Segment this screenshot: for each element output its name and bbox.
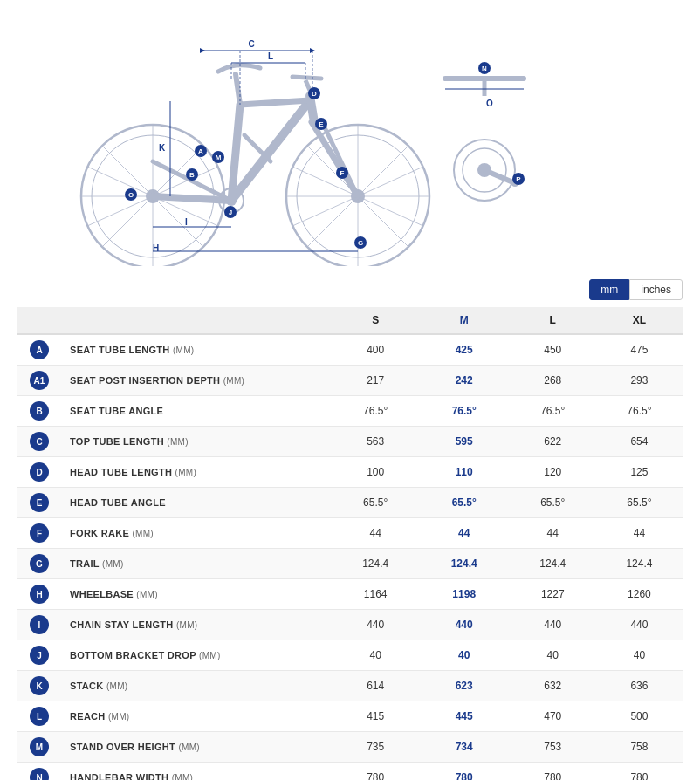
row-val-s: 40 <box>333 640 419 671</box>
svg-line-73 <box>484 170 515 183</box>
row-val-s: 440 <box>333 610 419 640</box>
row-badge-cell: K <box>17 671 61 701</box>
row-val-xl: 1260 <box>596 579 683 610</box>
svg-text:J: J <box>229 209 232 216</box>
row-val-m: 595 <box>419 427 510 457</box>
svg-line-30 <box>323 124 358 196</box>
row-unit: (mm) <box>102 559 124 569</box>
row-val-l: 1227 <box>510 579 596 610</box>
row-val-s: 100 <box>333 457 419 488</box>
col-header-label <box>61 307 333 334</box>
row-val-l: 268 <box>510 366 596 396</box>
row-val-xl: 293 <box>596 366 683 396</box>
row-unit: (mm) <box>178 742 200 752</box>
table-row: H WHEELBASE (mm) 1164 1198 1227 1260 <box>17 579 683 610</box>
svg-text:A: A <box>198 147 203 155</box>
row-val-s: 124.4 <box>333 549 419 579</box>
row-val-l: 440 <box>510 610 596 640</box>
row-label: TOP TUBE LENGTH (mm) <box>61 427 333 457</box>
row-val-l: 450 <box>510 334 596 366</box>
row-val-l: 40 <box>510 640 596 671</box>
svg-line-31 <box>244 135 271 161</box>
row-val-m: 425 <box>419 334 510 366</box>
table-row: M STAND OVER HEIGHT (mm) 735 734 753 758 <box>17 732 683 763</box>
table-row: G TRAIL (mm) 124.4 124.4 124.4 124.4 <box>17 549 683 579</box>
row-val-m: 445 <box>419 701 510 732</box>
table-row: L REACH (mm) 415 445 470 500 <box>17 701 683 732</box>
row-badge: G <box>30 554 49 573</box>
col-header-l: L <box>510 307 596 334</box>
svg-text:H: H <box>153 243 159 253</box>
table-header-row: S M L XL <box>17 307 683 334</box>
row-badge: B <box>30 401 49 421</box>
svg-line-24 <box>240 100 310 105</box>
row-badge-cell: F <box>17 518 61 549</box>
row-badge: L <box>30 707 49 726</box>
svg-text:P: P <box>516 175 521 183</box>
row-val-s: 563 <box>333 427 419 457</box>
row-val-s: 44 <box>333 518 419 549</box>
row-badge-cell: C <box>17 427 61 457</box>
table-row: E HEAD TUBE ANGLE 65.5° 65.5° 65.5° 65.5… <box>17 488 683 518</box>
row-val-m: 76.5° <box>419 396 510 427</box>
row-label: HEAD TUBE LENGTH (mm) <box>61 457 333 488</box>
svg-line-27 <box>236 74 240 105</box>
col-header-s: S <box>333 307 419 334</box>
row-badge-cell: M <box>17 732 61 763</box>
row-val-l: 120 <box>510 457 596 488</box>
row-val-xl: 125 <box>596 457 683 488</box>
row-label: SEAT TUBE ANGLE <box>61 396 333 427</box>
row-val-xl: 65.5° <box>596 488 683 518</box>
svg-text:K: K <box>159 143 166 153</box>
svg-line-29 <box>292 77 321 79</box>
svg-text:M: M <box>216 154 222 161</box>
row-val-l: 632 <box>510 671 596 701</box>
row-val-xl: 500 <box>596 701 683 732</box>
row-badge-cell: G <box>17 549 61 579</box>
svg-text:N: N <box>482 65 487 72</box>
col-header-badge <box>17 307 61 334</box>
table-row: C TOP TUBE LENGTH (mm) 563 595 622 654 <box>17 427 683 457</box>
svg-text:C: C <box>248 39 254 49</box>
row-unit: (mm) <box>173 346 195 355</box>
row-val-m: 734 <box>419 732 510 763</box>
table-row: F FORK RAKE (mm) 44 44 44 44 <box>17 518 683 549</box>
row-badge: K <box>30 676 49 695</box>
row-label: WHEELBASE (mm) <box>61 579 333 610</box>
row-unit: (mm) <box>132 529 154 538</box>
row-badge: E <box>30 493 49 512</box>
row-badge-cell: N <box>17 763 61 781</box>
svg-text:I: I <box>185 217 188 227</box>
row-val-l: 44 <box>510 518 596 549</box>
svg-text:E: E <box>319 120 324 128</box>
svg-text:L: L <box>268 51 273 61</box>
row-val-l: 753 <box>510 732 596 763</box>
row-val-s: 65.5° <box>333 488 419 518</box>
row-label: HANDLEBAR WIDTH (mm) <box>61 763 333 781</box>
row-val-s: 400 <box>333 334 419 366</box>
row-val-m: 1198 <box>419 579 510 610</box>
inches-button[interactable]: inches <box>629 279 683 300</box>
row-val-s: 76.5° <box>333 396 419 427</box>
row-badge: F <box>30 523 49 543</box>
row-badge: A <box>30 340 49 359</box>
row-val-m: 440 <box>419 610 510 640</box>
table-row: I CHAIN STAY LENGTH (mm) 440 440 440 440 <box>17 610 683 640</box>
row-val-xl: 40 <box>596 640 683 671</box>
row-label: HEAD TUBE ANGLE <box>61 488 333 518</box>
svg-text:G: G <box>358 239 363 247</box>
row-badge: A1 <box>30 371 49 390</box>
row-unit: (mm) <box>167 437 189 447</box>
row-badge-cell: J <box>17 640 61 671</box>
mm-button[interactable]: mm <box>589 279 629 300</box>
row-val-xl: 124.4 <box>596 549 683 579</box>
row-label: STACK (mm) <box>61 671 333 701</box>
table-row: A1 SEAT POST INSERTION DEPTH (mm) 217 24… <box>17 366 683 396</box>
row-label: CHAIN STAY LENGTH (mm) <box>61 610 333 640</box>
svg-text:D: D <box>312 90 317 98</box>
row-val-l: 622 <box>510 427 596 457</box>
row-badge: M <box>30 737 49 756</box>
row-unit: (mm) <box>108 712 130 722</box>
svg-text:F: F <box>340 169 345 177</box>
row-badge-cell: D <box>17 457 61 488</box>
